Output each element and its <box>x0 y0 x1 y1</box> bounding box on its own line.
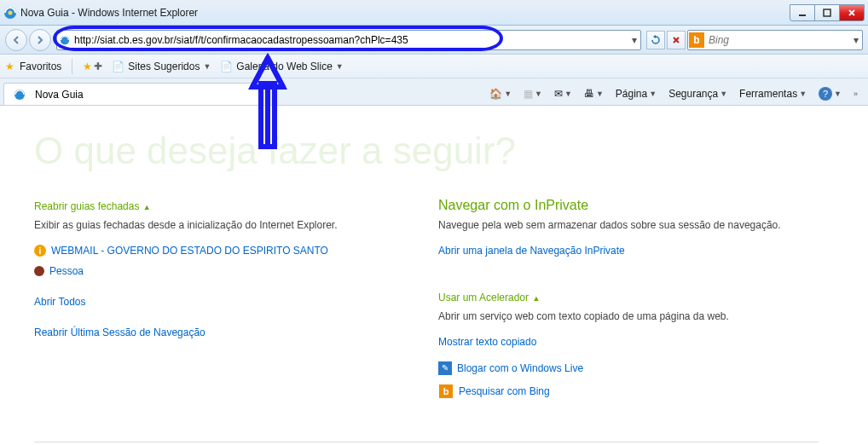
inprivate-desc: Navegue pela web sem armazenar dados sob… <box>438 218 834 233</box>
mail-button[interactable]: ✉▼ <box>551 86 576 101</box>
ferramentas-label: Ferramentas <box>739 88 797 100</box>
link-blogar[interactable]: ✎Blogar com o Windows Live <box>438 361 583 375</box>
inprivate-heading: Navegar com o InPrivate <box>438 198 834 213</box>
home-button[interactable]: 🏠▼ <box>486 86 515 101</box>
address-bar-row: ▾ b ▾ <box>0 26 868 55</box>
maximize-button[interactable] <box>814 4 840 21</box>
back-button[interactable] <box>5 29 27 51</box>
left-column: Reabrir guias fechadas ▲ Exibir as guias… <box>34 198 430 407</box>
svg-point-1 <box>9 10 13 14</box>
stop-button[interactable] <box>667 31 686 49</box>
forward-button[interactable] <box>29 29 51 51</box>
bing-icon: b <box>689 32 704 48</box>
search-input[interactable] <box>705 34 850 46</box>
page-icon <box>57 34 72 46</box>
link-pessoa[interactable]: Pessoa <box>34 265 84 277</box>
refresh-button[interactable] <box>646 31 665 49</box>
sites-label: Sites Sugeridos <box>128 61 200 72</box>
plus-icon: ➕ <box>94 62 102 70</box>
add-favorite-button[interactable]: ★➕ <box>83 61 102 72</box>
ie-icon <box>13 88 26 101</box>
link-inprivate[interactable]: Abrir uma janela de Navegação InPrivate <box>438 245 625 257</box>
galeria-link[interactable]: 📄Galeria do Web Slice▼ <box>219 60 343 73</box>
title-bar: Nova Guia - Windows Internet Explorer <box>0 0 868 26</box>
dot-icon <box>34 266 44 276</box>
bing-icon: b <box>439 384 453 398</box>
link-mostrar-texto[interactable]: Mostrar texto copiado <box>438 336 536 348</box>
svg-point-4 <box>61 35 70 44</box>
page-title: O que deseja fazer a seguir? <box>34 130 834 172</box>
url-input[interactable] <box>72 32 628 49</box>
svg-point-5 <box>14 90 25 100</box>
link-pesquisar-bing[interactable]: bPesquisar com Bing <box>438 384 550 399</box>
tab-nova-guia[interactable]: Nova Guia <box>3 83 259 105</box>
security-menu[interactable]: Segurança▼ <box>665 86 731 101</box>
caret-up-icon: ▲ <box>143 203 151 211</box>
address-bar[interactable]: ▾ <box>56 30 641 50</box>
page-icon: 📄 <box>111 60 124 73</box>
page-menu[interactable]: Página▼ <box>612 86 660 101</box>
link-abrir-todos[interactable]: Abrir Todos <box>34 296 85 308</box>
separator <box>72 59 72 74</box>
url-dropdown-icon[interactable]: ▾ <box>628 34 640 46</box>
caret-up-icon: ▲ <box>533 294 541 303</box>
svg-rect-3 <box>824 9 830 16</box>
search-box[interactable]: b ▾ <box>687 30 863 50</box>
star-add-icon: ★ <box>83 61 92 72</box>
svg-rect-2 <box>799 14 806 16</box>
expand-button[interactable]: » <box>850 88 861 100</box>
help-icon: ? <box>819 87 832 101</box>
help-button[interactable]: ?▼ <box>815 85 845 102</box>
sites-sugeridos-link[interactable]: 📄Sites Sugeridos▼ <box>111 60 211 73</box>
window-title: Nova Guia - Windows Internet Explorer <box>20 7 790 19</box>
page-content: O que deseja fazer a seguir? Reabrir gui… <box>0 106 868 442</box>
tab-label: Nova Guia <box>35 89 84 101</box>
reabrir-heading: Reabrir guias fechadas ▲ <box>34 198 430 213</box>
chevron-down-icon: ▼ <box>203 62 211 71</box>
acelerador-desc: Abrir um serviço web com texto copiado d… <box>438 309 834 324</box>
link-webmail[interactable]: iWEBMAIL - GOVERNO DO ESTADO DO ESPIRITO… <box>34 245 328 257</box>
search-dropdown-icon[interactable]: ▾ <box>850 34 862 46</box>
star-icon: ★ <box>5 61 14 72</box>
reabrir-desc: Exibir as guias fechadas desde a inicial… <box>34 218 430 233</box>
tab-bar: Nova Guia 🏠▼ ▦▼ ✉▼ 🖶▼ Página▼ Segurança▼… <box>0 78 868 106</box>
right-column: Navegar com o InPrivate Navegue pela web… <box>438 198 834 407</box>
divider <box>34 442 819 442</box>
close-button[interactable] <box>839 4 865 21</box>
favorites-label: Favoritos <box>20 61 61 72</box>
pagina-label: Página <box>616 88 647 100</box>
feed-button[interactable]: ▦▼ <box>520 86 546 101</box>
window-controls <box>790 4 865 21</box>
command-bar: 🏠▼ ▦▼ ✉▼ 🖶▼ Página▼ Segurança▼ Ferrament… <box>259 83 865 105</box>
ie-icon <box>3 6 17 20</box>
info-icon: i <box>34 245 46 257</box>
seguranca-label: Segurança <box>668 88 718 100</box>
tools-menu[interactable]: Ferramentas▼ <box>736 86 810 101</box>
windows-live-icon: ✎ <box>438 361 452 375</box>
acelerador-heading: Usar um Acelerador ▲ <box>438 289 834 304</box>
minimize-button[interactable] <box>790 4 815 21</box>
chevron-down-icon: ▼ <box>336 62 344 71</box>
galeria-label: Galeria do Web Slice <box>236 61 333 72</box>
favorites-bar: ★Favoritos ★➕ 📄Sites Sugeridos▼ 📄Galeria… <box>0 55 868 78</box>
link-reabrir-sessao[interactable]: Reabrir Última Sessão de Navegação <box>34 327 205 338</box>
favorites-button[interactable]: ★Favoritos <box>5 61 61 72</box>
print-button[interactable]: 🖶▼ <box>581 86 607 101</box>
page-icon: 📄 <box>219 60 233 73</box>
